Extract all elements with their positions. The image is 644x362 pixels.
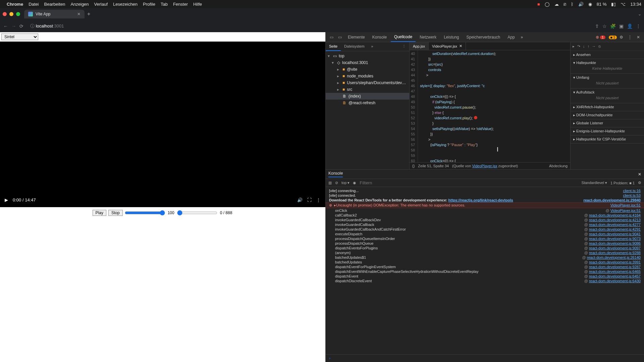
tree-src[interactable]: ▸■ src (326, 86, 409, 93)
console-prompt[interactable]: › (326, 354, 644, 362)
volume-slider[interactable] (125, 210, 165, 216)
app-name[interactable]: Chrome (7, 2, 23, 7)
step-into-icon[interactable]: ↓ (583, 44, 585, 49)
warn-badge[interactable]: ■ 1 (609, 35, 617, 40)
console-close-icon[interactable]: ✕ (638, 172, 641, 177)
section-callstack[interactable]: ▾ AufrufstackNicht pausiert (571, 88, 644, 103)
filter-input[interactable] (360, 180, 578, 185)
display-icon[interactable]: ⎚ (564, 2, 566, 7)
menu-tab[interactable]: Tab (161, 2, 168, 7)
devtools-menu-icon[interactable]: ⋮ (626, 34, 634, 41)
tab-app[interactable]: App (504, 33, 518, 42)
tree-host[interactable]: ▾◇ localhost:3001 (326, 59, 409, 66)
step-over-icon[interactable]: ↷ (577, 44, 580, 49)
tab-overflow-icon[interactable]: ⌄ (638, 12, 641, 16)
code-body[interactable]: setDuration(videoRef.current.duration); … (418, 50, 498, 162)
console-tab[interactable]: Konsole (328, 171, 343, 177)
video-menu-icon[interactable]: ⋮ (316, 197, 321, 202)
context-selector[interactable]: top ▾ (341, 181, 350, 185)
menu-datei[interactable]: Datei (29, 2, 39, 7)
nav-more-icon[interactable]: ⋮ (399, 42, 409, 51)
menu-bearbeiten[interactable]: Bearbeiten (44, 2, 65, 7)
tab-netzwerk[interactable]: Netzwerk (416, 33, 440, 42)
coverage-label[interactable]: Abdeckung (549, 164, 568, 168)
tab-quellcode[interactable]: Quellcode (391, 33, 416, 42)
problems-label[interactable]: 1 Problem: ■ 1 (610, 181, 635, 185)
device-icon[interactable]: ▭ (336, 34, 344, 41)
live-expr-icon[interactable]: ◉ (353, 181, 356, 185)
tree-react-refresh[interactable]: 🗎 @react-refresh (326, 100, 409, 106)
inspect-icon[interactable]: ▭ (328, 34, 335, 41)
minimize-window-button[interactable] (9, 12, 13, 16)
tree-top[interactable]: ▾▭ top (326, 53, 409, 59)
section-xhr[interactable]: ▸ XHR/fetch-Haltepunkte (571, 103, 644, 111)
editor-tab-app[interactable]: App.jsx (410, 42, 429, 50)
code-area[interactable]: 4041424344454647484950515253545556575859… (410, 50, 570, 162)
volume-icon[interactable]: 🔊 (578, 2, 584, 7)
close-icon[interactable]: ✕ (459, 44, 462, 48)
clear-console-icon[interactable]: ⊘ (335, 181, 338, 185)
section-scope[interactable]: ▾ UmfangNicht pausiert (571, 74, 644, 88)
menu-verlauf[interactable]: Verlauf (94, 2, 108, 7)
extensions-icon[interactable]: 🧩 (610, 23, 616, 29)
battery-icon[interactable]: ▮▯ (611, 2, 616, 7)
menu-hilfe[interactable]: Hilfe (193, 2, 202, 7)
step-icon[interactable]: → (592, 44, 596, 49)
step-out-icon[interactable]: ↑ (588, 44, 590, 49)
section-event[interactable]: ▸ Ereignis-Listener-Haltepunkte (571, 127, 644, 135)
menu-fenster[interactable]: Fenster (173, 2, 188, 7)
tree-userpath[interactable]: ▸■ Users/stephan/Documents/dev… (326, 79, 409, 86)
settings-icon[interactable]: ⚙ (618, 34, 625, 41)
wifi-icon[interactable]: ◉ (588, 2, 592, 7)
video-select[interactable]: Sintel (1, 34, 38, 40)
menu-profile[interactable]: Profile (143, 2, 155, 7)
bookmark-icon[interactable]: ☆ (602, 23, 607, 29)
sourcemap-link[interactable]: VideoPlayer.jsx (472, 164, 497, 168)
more-tabs-icon[interactable]: » (519, 34, 525, 41)
tree-index[interactable]: 🗎 (index) (326, 93, 409, 100)
clock[interactable]: 13:34 (630, 2, 641, 7)
forward-button[interactable]: → (11, 23, 16, 29)
stop-button[interactable]: Stop (108, 210, 123, 216)
error-badge[interactable]: ⊗ 1 (596, 35, 605, 40)
tab-close-icon[interactable]: ✕ (77, 12, 80, 16)
tree-node-modules[interactable]: ▸■ node_modules (326, 73, 409, 79)
fullscreen-icon[interactable]: ⛶ (307, 197, 312, 202)
bluetooth-icon[interactable]: ᛒ (571, 2, 574, 7)
record-icon[interactable]: ■ (537, 2, 540, 7)
console-sidebar-icon[interactable]: ▥ (328, 181, 332, 185)
menu-icon[interactable]: ⋮ (636, 23, 641, 29)
editor-tab-videoplayer[interactable]: VideoPlayer.jsx ✕ (429, 42, 466, 50)
loom-icon[interactable]: ◯ (545, 2, 550, 7)
nav-tab-seite[interactable]: Seite (326, 42, 341, 51)
deactivate-bp-icon[interactable]: ⦸ (598, 44, 601, 49)
url-input[interactable]: ⓘ localhost:3001 (27, 21, 592, 31)
play-button[interactable]: Play (93, 210, 106, 216)
menu-anzeigen[interactable]: Anzeigen (70, 2, 89, 7)
section-csp[interactable]: ▸ Haltepunkte für CSP-Verstöße (571, 135, 644, 143)
reload-button[interactable]: ⟳ (19, 23, 23, 29)
close-window-button[interactable] (3, 12, 7, 16)
control-center-icon[interactable]: ⌥ (621, 2, 626, 7)
tab-leistung[interactable]: Leistung (440, 33, 462, 42)
resume-icon[interactable]: ▸ (573, 44, 575, 49)
play-icon[interactable]: ▶ (5, 197, 8, 202)
devtools-close-icon[interactable]: ✕ (635, 34, 642, 41)
level-selector[interactable]: Standardlevel ▾ (582, 181, 607, 185)
profile-icon[interactable]: 👤 (627, 23, 633, 29)
tree-vite[interactable]: ▸■ @vite (326, 66, 409, 73)
back-button[interactable]: ← (3, 23, 8, 29)
section-global[interactable]: ▸ Globale Listener (571, 119, 644, 127)
site-info-icon[interactable]: ⓘ (30, 23, 35, 28)
section-watch[interactable]: ▸ Ansehen (571, 51, 644, 59)
tab-elemente[interactable]: Elemente (344, 33, 368, 42)
nav-tab-dateisystem[interactable]: Dateisystem (341, 42, 368, 51)
sidepanel-icon[interactable]: ▣ (619, 23, 624, 29)
menu-lesezeichen[interactable]: Lesezeichen (113, 2, 138, 7)
video-player[interactable]: ▶ 0:00 / 14:47 🔊 ⛶ ⋮ (1, 42, 325, 206)
tab-konsole[interactable]: Konsole (369, 33, 390, 42)
console-output[interactable]: [vite] connecting...client.ts:16[vite] c… (326, 187, 644, 354)
browser-tab[interactable]: Vite App ✕ (24, 10, 85, 18)
cloud-icon[interactable]: ☁ (554, 2, 559, 7)
new-tab-button[interactable]: + (87, 11, 90, 17)
